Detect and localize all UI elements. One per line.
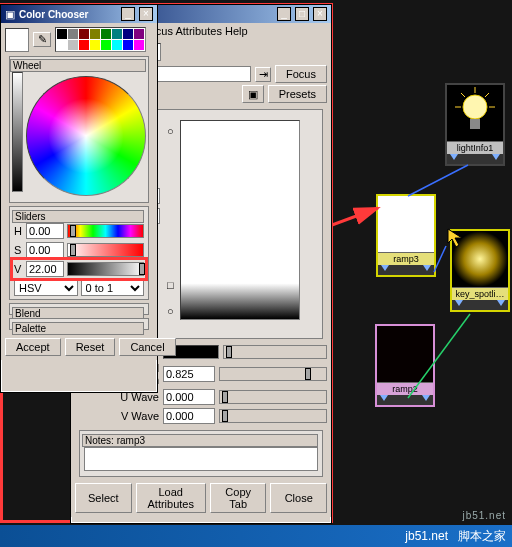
ae-copy-tab-button[interactable]: Copy Tab	[210, 483, 267, 513]
node-label: key_spotli…	[452, 287, 508, 300]
palette-grid[interactable]	[55, 27, 146, 52]
notes-label: Notes: ramp3	[82, 434, 318, 447]
color-chooser-window: ▣ Color Chooser _ × ✎ Wheel Sliders	[0, 4, 158, 393]
node-ramp3[interactable]: ramp3	[376, 194, 436, 277]
node-lightinfo[interactable]: lightInfo1	[445, 83, 505, 166]
s-label: S	[14, 244, 26, 256]
uwave-field[interactable]	[163, 389, 215, 405]
cc-titlebar[interactable]: ▣ Color Chooser _ ×	[1, 5, 157, 23]
accept-button[interactable]: Accept	[5, 338, 61, 356]
lightbulb-icon	[447, 85, 503, 141]
minimize-button[interactable]: _	[277, 7, 291, 21]
h-label: H	[14, 225, 26, 237]
current-color-swatch[interactable]	[5, 28, 29, 52]
ae-load-attributes-button[interactable]: Load Attributes	[136, 483, 206, 513]
svg-point-0	[463, 95, 487, 119]
sliders-group-label[interactable]: Sliders	[12, 210, 144, 223]
wheel-group-label[interactable]: Wheel	[10, 59, 146, 72]
eyedropper-button[interactable]: ✎	[33, 32, 51, 47]
palette-group-label[interactable]: Palette	[12, 322, 144, 335]
ae-select-button[interactable]: Select	[75, 483, 132, 513]
ramp-handle-mid[interactable]: □	[167, 279, 174, 291]
vwave-field[interactable]	[163, 408, 215, 424]
close-button[interactable]: ×	[313, 7, 327, 21]
window-title: Color Chooser	[19, 9, 117, 20]
page-footer: jb51.net 脚本之家	[0, 525, 512, 547]
ramp-handle-top[interactable]: ○	[167, 125, 174, 137]
vwave-slider[interactable]	[219, 409, 327, 423]
h-field[interactable]	[26, 223, 64, 239]
presets-button[interactable]: Presets	[268, 85, 327, 103]
focus-button[interactable]: Focus	[275, 65, 327, 83]
maximize-button[interactable]: □	[295, 7, 309, 21]
svg-rect-6	[470, 119, 480, 129]
range-select[interactable]: 0 to 1	[81, 280, 145, 296]
footer-link-brand[interactable]: 脚本之家	[458, 528, 506, 545]
s-slider[interactable]	[67, 243, 144, 257]
uwave-slider[interactable]	[219, 390, 327, 404]
selected-position-field[interactable]	[163, 366, 215, 382]
color-wheel[interactable]	[26, 76, 146, 196]
h-slider[interactable]	[67, 224, 144, 238]
v-field[interactable]	[26, 261, 64, 277]
s-field[interactable]	[26, 242, 64, 258]
color-model-select[interactable]: HSV	[14, 280, 78, 296]
v-label: V	[14, 263, 26, 275]
selected-position-slider[interactable]	[219, 367, 327, 381]
selected-color-slider[interactable]	[223, 345, 327, 359]
app-icon: ▣	[5, 8, 15, 21]
goto-button[interactable]: ⇥	[255, 67, 271, 82]
cursor-icon	[442, 223, 498, 279]
node-label: ramp2	[377, 382, 433, 395]
value-strip[interactable]	[12, 72, 23, 192]
vwave-label: V Wave	[75, 410, 163, 422]
node-label: ramp3	[378, 252, 434, 265]
ae-close-button[interactable]: Close	[270, 483, 327, 513]
svg-marker-7	[448, 229, 462, 247]
io-button[interactable]: ▣	[242, 85, 264, 103]
node-ramp2[interactable]: ramp2	[375, 324, 435, 407]
ramp-handle-bottom[interactable]: ○	[167, 305, 174, 317]
node-key-spotlight[interactable]: key_spotli…	[450, 229, 510, 312]
cancel-button[interactable]: Cancel	[119, 338, 175, 356]
node-label: lightInfo1	[447, 141, 503, 154]
minimize-button[interactable]: _	[121, 7, 135, 21]
watermark-url: jb51.net	[462, 510, 506, 521]
footer-link-url[interactable]: jb51.net	[405, 529, 448, 543]
svg-line-5	[485, 93, 489, 97]
ramp-preview[interactable]: ○ □ ○	[180, 120, 300, 320]
reset-button[interactable]: Reset	[65, 338, 116, 356]
close-button[interactable]: ×	[139, 7, 153, 21]
notes-textarea[interactable]	[84, 447, 318, 471]
svg-line-4	[461, 93, 465, 97]
v-slider[interactable]	[67, 262, 144, 276]
